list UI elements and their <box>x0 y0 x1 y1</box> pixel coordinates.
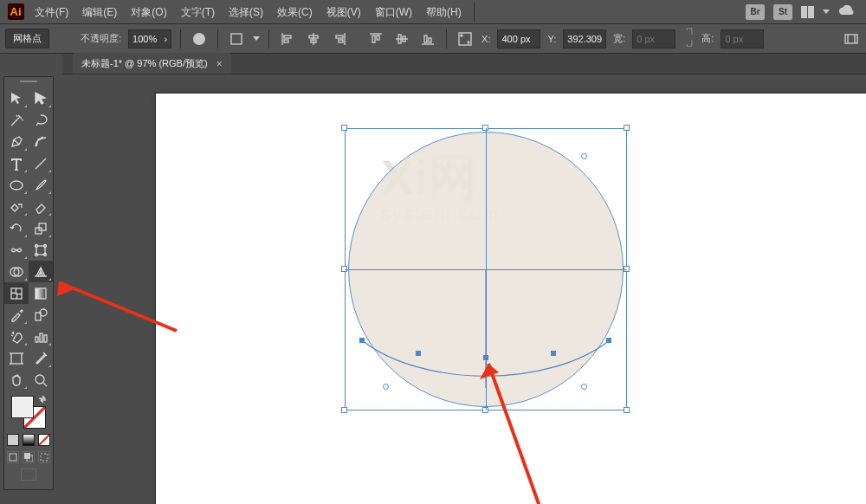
canvas-area[interactable]: Xi网 system.com <box>62 74 866 504</box>
selection-tool[interactable] <box>4 87 29 109</box>
svg-rect-4 <box>284 40 288 42</box>
draw-normal-icon[interactable] <box>7 451 19 463</box>
draw-mode-row <box>7 451 50 463</box>
rotate-tool[interactable] <box>4 217 29 239</box>
color-mode-solid[interactable] <box>7 434 19 446</box>
svg-point-21 <box>461 35 462 36</box>
scale-tool[interactable] <box>29 217 53 239</box>
blend-tool[interactable] <box>29 304 53 326</box>
workspace-dropdown-icon[interactable] <box>823 10 830 14</box>
color-mode-none[interactable] <box>38 434 50 446</box>
slice-tool[interactable] <box>29 347 53 369</box>
recolor-icon[interactable] <box>190 29 209 48</box>
w-value: 0 px <box>637 34 655 44</box>
magic-wand-tool[interactable] <box>4 109 29 131</box>
column-graph-tool[interactable] <box>29 326 53 347</box>
type-tool[interactable] <box>4 152 29 174</box>
mesh-arc-path <box>345 128 627 410</box>
x-label: X: <box>481 34 490 44</box>
rotate-widget[interactable] <box>581 384 587 390</box>
gradient-tool[interactable] <box>29 282 53 304</box>
dropdown-icon[interactable] <box>253 36 260 41</box>
svg-rect-18 <box>424 36 427 42</box>
w-input[interactable]: 0 px <box>632 29 675 48</box>
zoom-tool[interactable] <box>29 369 53 391</box>
curvature-tool[interactable] <box>29 131 53 152</box>
free-transform-tool[interactable] <box>29 239 53 261</box>
color-mode-gradient[interactable] <box>23 434 35 446</box>
document-tab[interactable]: 未标题-1* @ 97% (RGB/预览) × <box>73 53 231 74</box>
color-mode-row <box>7 434 50 446</box>
more-options-icon[interactable] <box>842 29 861 48</box>
align-right-icon[interactable] <box>330 29 349 48</box>
anchor-point[interactable] <box>359 338 365 343</box>
anchor-point[interactable] <box>551 351 556 356</box>
stock-button[interactable]: St <box>773 4 792 20</box>
rotate-widget[interactable] <box>383 384 389 390</box>
tools-panel-grip[interactable] <box>4 81 53 87</box>
anchor-point[interactable] <box>606 338 611 343</box>
menu-file[interactable]: 文件(F) <box>28 0 75 24</box>
rotate-widget[interactable] <box>581 153 587 159</box>
anchor-point[interactable] <box>416 351 421 356</box>
artboard[interactable]: Xi网 system.com <box>156 94 866 504</box>
ellipse-tool[interactable] <box>4 174 29 196</box>
pen-tool[interactable] <box>4 131 29 152</box>
link-wh-icon[interactable] <box>682 28 695 49</box>
selection-type-tag[interactable]: 网格点 <box>5 29 49 48</box>
align-vcenter-icon[interactable] <box>392 29 411 48</box>
svg-rect-1 <box>231 34 242 44</box>
svg-rect-23 <box>845 35 857 43</box>
draw-inside-icon[interactable] <box>38 451 50 463</box>
shaper-tool[interactable] <box>4 196 29 217</box>
eraser-tool[interactable] <box>29 196 53 217</box>
arrange-documents-icon[interactable] <box>801 6 814 18</box>
y-input[interactable]: 392.309 <box>563 29 606 48</box>
x-input[interactable]: 400 px <box>497 29 540 48</box>
svg-rect-13 <box>377 36 379 40</box>
menu-view[interactable]: 视图(V) <box>320 0 368 24</box>
lasso-tool[interactable] <box>29 109 53 131</box>
align-left-icon[interactable] <box>278 29 297 48</box>
mesh-tool[interactable] <box>4 282 29 304</box>
menu-help[interactable]: 帮助(H) <box>419 0 469 24</box>
h-label: 高: <box>701 32 714 45</box>
menu-object[interactable]: 对象(O) <box>124 0 173 24</box>
transform-menu-icon[interactable] <box>227 29 246 48</box>
transform-panel-icon[interactable] <box>456 29 475 48</box>
shape-builder-tool[interactable] <box>4 261 29 282</box>
bridge-button[interactable]: Br <box>746 4 765 20</box>
fill-swatch[interactable] <box>11 396 34 418</box>
h-input[interactable]: 0 px <box>721 29 764 48</box>
y-value: 392.309 <box>567 34 602 44</box>
symbol-sprayer-tool[interactable] <box>4 326 29 347</box>
line-tool[interactable] <box>29 152 53 174</box>
perspective-grid-tool[interactable] <box>29 261 53 282</box>
svg-rect-44 <box>11 353 22 364</box>
sync-icon[interactable] <box>838 4 856 19</box>
align-hcenter-icon[interactable] <box>304 29 323 48</box>
menu-effect[interactable]: 效果(C) <box>270 0 320 24</box>
svg-rect-43 <box>44 335 47 342</box>
svg-line-26 <box>36 158 46 169</box>
anchor-point-selected[interactable] <box>483 355 488 360</box>
menu-type[interactable]: 文字(T) <box>174 0 222 24</box>
menu-select[interactable]: 选择(S) <box>222 0 270 24</box>
menu-window[interactable]: 窗口(W) <box>368 0 419 24</box>
hand-tool[interactable] <box>4 369 29 391</box>
draw-behind-icon[interactable] <box>23 451 35 463</box>
opacity-input[interactable]: 100%› <box>128 29 171 48</box>
fill-stroke-swatch[interactable] <box>11 396 46 429</box>
svg-rect-12 <box>372 36 375 42</box>
direct-selection-tool[interactable] <box>29 87 53 109</box>
swap-fill-stroke-icon[interactable] <box>37 394 48 407</box>
align-top-icon[interactable] <box>366 29 385 48</box>
screen-mode-icon[interactable] <box>21 468 36 481</box>
align-bottom-icon[interactable] <box>418 29 437 48</box>
width-tool[interactable] <box>4 239 29 261</box>
paintbrush-tool[interactable] <box>29 174 53 196</box>
eyedropper-tool[interactable] <box>4 304 29 326</box>
artboard-tool[interactable] <box>4 347 29 369</box>
close-tab-icon[interactable]: × <box>216 58 223 70</box>
menu-edit[interactable]: 编辑(E) <box>75 0 124 24</box>
